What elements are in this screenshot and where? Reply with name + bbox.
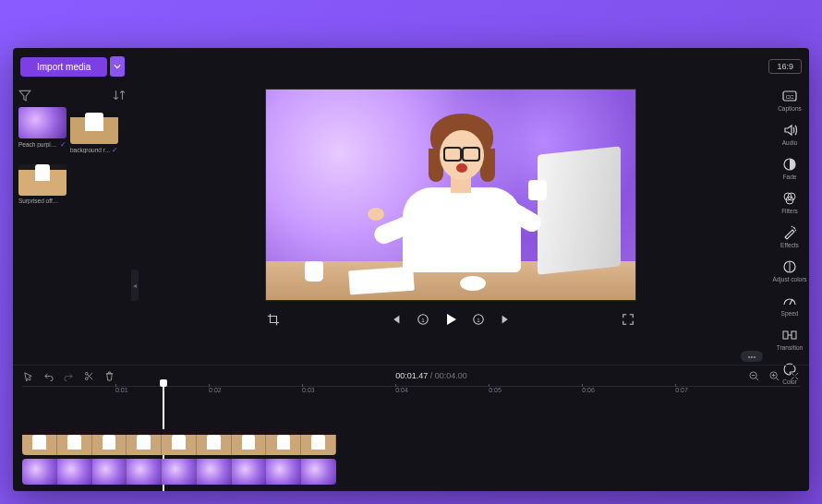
- preview-area: 1 1: [131, 85, 770, 365]
- play-button[interactable]: [443, 312, 458, 327]
- timeline-ruler[interactable]: 0:01 0:02 0:03 0:04 0:05 0:06 0:07: [22, 386, 800, 402]
- import-media-dropdown[interactable]: [110, 56, 125, 77]
- playback-controls: 1 1: [266, 312, 635, 327]
- svg-rect-11: [783, 331, 788, 339]
- skip-end-button[interactable]: [499, 312, 514, 327]
- svg-text:1: 1: [421, 317, 425, 323]
- rail-filters[interactable]: Filters: [781, 191, 798, 214]
- rail-overflow-button[interactable]: •••: [741, 351, 763, 362]
- rail-label: Fade: [783, 174, 797, 180]
- aspect-ratio-selector[interactable]: 16:9: [768, 59, 802, 74]
- captions-icon: CC: [782, 89, 797, 103]
- undo-button[interactable]: [42, 370, 54, 381]
- preview-pot: [305, 261, 323, 282]
- rail-captions[interactable]: CC Captions: [778, 89, 802, 112]
- ruler-tick: 0:01: [115, 387, 128, 393]
- ruler-tick: 0:06: [582, 387, 595, 393]
- ruler-tick: 0:05: [489, 387, 502, 393]
- rail-fade[interactable]: Fade: [782, 157, 797, 180]
- collapse-media-panel[interactable]: ◂: [131, 270, 139, 301]
- svg-text:CC: CC: [786, 94, 794, 100]
- rail-adjust-colors[interactable]: Adjust colors: [772, 259, 806, 282]
- speed-icon: [782, 294, 797, 308]
- fade-icon: [782, 157, 797, 172]
- redo-button[interactable]: [63, 370, 74, 381]
- crop-icon[interactable]: [266, 312, 281, 327]
- step-back-button[interactable]: 1: [416, 312, 430, 327]
- preview-monitor: [538, 146, 621, 274]
- transition-icon: [782, 328, 797, 342]
- zoom-fit-button[interactable]: [789, 370, 800, 381]
- rail-effects[interactable]: Effects: [780, 225, 799, 248]
- select-tool-icon[interactable]: [22, 370, 33, 381]
- zoom-in-button[interactable]: [768, 370, 780, 381]
- rail-label: Captions: [778, 105, 802, 112]
- media-thumbnail-image: [18, 107, 66, 138]
- zoom-out-button[interactable]: [748, 370, 759, 381]
- timeline-clip-background[interactable]: [22, 459, 336, 485]
- rail-label: Filters: [781, 208, 798, 214]
- rail-label: Transition: [777, 344, 803, 351]
- timeline: 00:01.47 / 00:04.00 0:01 0:02 0:03 0:04 …: [13, 365, 809, 491]
- media-thumbnail-image: [70, 113, 118, 144]
- ruler-tick: 0:03: [302, 387, 315, 393]
- ruler-tick: 0:02: [209, 387, 222, 393]
- rail-transition[interactable]: Transition: [777, 328, 803, 351]
- timeline-clip-foreground[interactable]: [22, 429, 336, 455]
- media-thumb[interactable]: Peach purple ... ✓: [18, 107, 66, 154]
- svg-rect-12: [792, 331, 796, 339]
- timecode: 00:01.47 / 00:04.00: [395, 371, 467, 380]
- rail-label: Speed: [781, 310, 799, 317]
- media-panel: Peach purple ... ✓ background r... ✓ Sur…: [13, 85, 131, 365]
- preview-mouse: [460, 276, 486, 291]
- time-current: 00:01.47: [395, 371, 428, 380]
- video-editor-app: Import media 16:9 Peach purple ...: [13, 48, 809, 491]
- ruler-tick: 0:04: [395, 387, 408, 393]
- added-check-icon: ✓: [60, 140, 66, 149]
- preview-person: [397, 115, 526, 272]
- media-thumbnail-image: [18, 164, 66, 196]
- filters-icon: [782, 191, 797, 206]
- media-thumb-label: Surprised office ..: [18, 198, 59, 204]
- media-thumb-label: background r...: [70, 147, 110, 153]
- skip-start-button[interactable]: [388, 312, 403, 327]
- import-media-label: Import media: [37, 62, 91, 72]
- rail-label: Effects: [780, 242, 799, 248]
- filter-icon[interactable]: [18, 89, 31, 102]
- editor-body: Peach purple ... ✓ background r... ✓ Sur…: [13, 85, 809, 365]
- fullscreen-button[interactable]: [621, 312, 635, 327]
- audio-icon: [782, 123, 797, 138]
- time-duration: 00:04.00: [435, 371, 467, 380]
- svg-text:1: 1: [477, 317, 480, 323]
- chevron-down-icon: [114, 63, 121, 70]
- adjust-colors-icon: [782, 259, 797, 274]
- rail-audio[interactable]: Audio: [782, 123, 798, 146]
- timeline-tracks[interactable]: [22, 402, 800, 491]
- topbar: Import media 16:9: [13, 48, 809, 85]
- added-check-icon: ✓: [112, 146, 118, 154]
- delete-button[interactable]: [103, 370, 115, 381]
- aspect-ratio-label: 16:9: [777, 62, 793, 71]
- media-thumb[interactable]: background r... ✓: [70, 107, 118, 154]
- rail-label: Adjust colors: [772, 276, 806, 282]
- step-forward-button[interactable]: 1: [471, 312, 486, 327]
- media-thumb-label: Peach purple ...: [18, 141, 59, 148]
- media-thumb[interactable]: Surprised office ..: [18, 158, 66, 204]
- sort-icon[interactable]: [113, 89, 126, 102]
- rail-label: Audio: [782, 139, 798, 146]
- ruler-tick: 0:07: [675, 387, 688, 393]
- split-button[interactable]: [83, 370, 94, 381]
- property-rail: CC Captions Audio Fade Filters Effects: [770, 85, 809, 365]
- effects-icon: [782, 225, 797, 240]
- timeline-toolbar: 00:01.47 / 00:04.00: [13, 366, 809, 386]
- import-media-button[interactable]: Import media: [20, 57, 107, 77]
- video-preview[interactable]: [265, 89, 636, 301]
- rail-speed[interactable]: Speed: [781, 294, 799, 317]
